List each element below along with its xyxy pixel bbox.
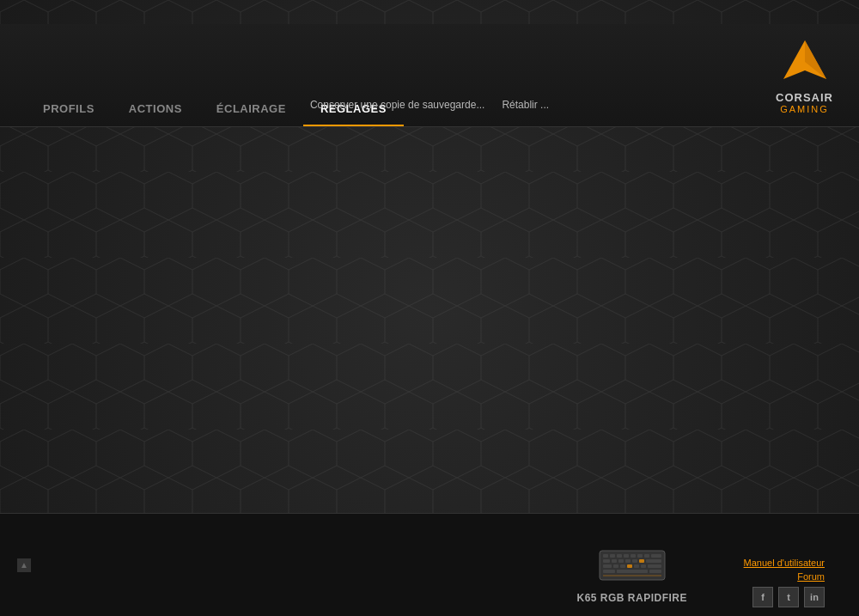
svg-rect-4: [610, 554, 615, 558]
device-name: K65 RGB RAPIDFIRE: [576, 592, 687, 604]
svg-rect-20: [620, 564, 625, 568]
svg-rect-24: [648, 564, 661, 568]
svg-rect-3: [603, 554, 608, 558]
manuel-link[interactable]: Manuel d'utilisateur: [744, 558, 825, 568]
svg-rect-18: [603, 564, 612, 568]
svg-rect-7: [631, 554, 636, 558]
header-links: Conserver une copie de sauvegarde... Rét…: [310, 99, 549, 111]
nav-tabs: PROFILS ACTIONS ÉCLAIRAGE REGLAGES: [26, 24, 404, 126]
svg-rect-13: [618, 559, 624, 563]
twitter-button[interactable]: t: [778, 587, 799, 607]
logo-area: CORSAIR GAMING: [776, 36, 833, 114]
svg-rect-19: [613, 564, 618, 568]
svg-rect-23: [641, 564, 646, 568]
svg-rect-11: [603, 559, 610, 563]
svg-rect-10: [651, 554, 661, 558]
nav-tab-actions[interactable]: ACTIONS: [112, 92, 199, 126]
keyboard-icon: [598, 544, 667, 587]
sauvegarder-link[interactable]: Conserver une copie de sauvegarde...: [310, 99, 484, 111]
brand-sub: GAMING: [780, 104, 829, 114]
svg-rect-12: [612, 559, 617, 563]
svg-rect-5: [617, 554, 622, 558]
nav-tab-profils[interactable]: PROFILS: [26, 92, 112, 126]
retablir-link[interactable]: Rétablir ...: [502, 99, 549, 111]
footer: ▲: [0, 513, 859, 616]
svg-rect-22: [634, 564, 639, 568]
svg-rect-21: [627, 564, 632, 568]
svg-rect-17: [646, 559, 661, 563]
linkedin-button[interactable]: in: [804, 587, 825, 607]
header: PROFILS ACTIONS ÉCLAIRAGE REGLAGES Conse…: [0, 24, 859, 127]
svg-rect-14: [625, 559, 631, 563]
svg-rect-27: [649, 570, 661, 573]
svg-rect-16: [639, 559, 644, 563]
forum-link[interactable]: Forum: [797, 571, 825, 582]
footer-links: Manuel d'utilisateur Forum f t in: [744, 558, 825, 607]
corsair-logo-icon: [779, 36, 831, 88]
brand-name: CORSAIR: [776, 91, 833, 104]
svg-rect-6: [624, 554, 629, 558]
nav-arrow-icon[interactable]: ▲: [17, 558, 31, 572]
svg-rect-8: [637, 554, 643, 558]
svg-rect-26: [617, 570, 648, 573]
svg-rect-25: [603, 570, 615, 573]
device-area: K65 RGB RAPIDFIRE: [576, 544, 687, 604]
social-icons: f t in: [752, 587, 825, 607]
nav-tab-eclairage[interactable]: ÉCLAIRAGE: [199, 92, 303, 126]
facebook-button[interactable]: f: [752, 587, 773, 607]
svg-rect-15: [632, 559, 637, 563]
svg-rect-9: [644, 554, 649, 558]
footer-left: ▲: [17, 558, 31, 572]
